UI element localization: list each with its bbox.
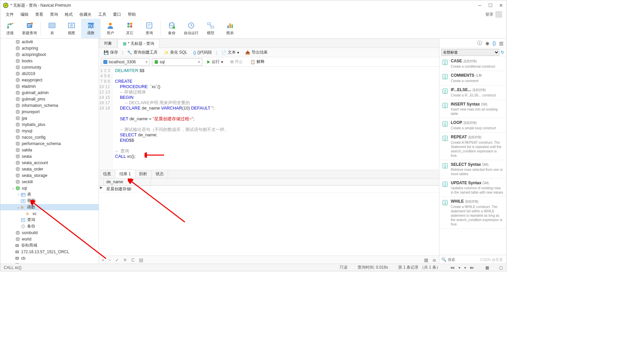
tab-query[interactable]: ▦ * 无标题 - 查询 xyxy=(118,39,159,48)
snippet-WHILE[interactable]: ()WHILE 流程控制Create a WHILE construct. Th… xyxy=(439,197,506,229)
snippet-list[interactable]: ()CASE 流程控制Create a conditional construc… xyxy=(439,57,506,255)
tree-item-seckill[interactable]: seckill xyxy=(0,179,99,185)
tree-item-mysql[interactable]: mysql xyxy=(0,128,99,134)
code-area[interactable]: DELIMITER $$ CREATE PROCEDURE `xc`() -- … xyxy=(112,67,439,170)
login-button[interactable]: 登录 xyxy=(485,11,504,18)
expander-icon[interactable]: ⌄ xyxy=(11,186,15,190)
tree-item-actspringboot[interactable]: actspringboot xyxy=(0,51,99,58)
connection-dropdown[interactable]: localhost_3306▾ xyxy=(101,58,150,66)
cell-value[interactable]: 星晨创建存储i xyxy=(104,186,151,193)
tree-item-seata_order[interactable]: seata_order xyxy=(0,166,99,172)
column-header[interactable]: de_name xyxy=(104,179,151,185)
close-button[interactable]: ✕ xyxy=(499,3,503,8)
menu-工具[interactable]: 工具 xyxy=(95,11,110,18)
toolbar-function[interactable]: f(x)函数 xyxy=(81,19,101,38)
tree-item-谷粒商城[interactable]: 谷粒商城 xyxy=(0,242,99,249)
toolbar-connect[interactable]: 连接 xyxy=(0,19,20,38)
tree-item-jpa[interactable]: jpa xyxy=(0,115,99,121)
snippet-IF-ELSE-[interactable]: ()IF...ELSE... 流程控制Create a IF...ELSE...… xyxy=(439,85,506,100)
tree-item-eladmin[interactable]: eladmin xyxy=(0,83,99,89)
tree-item-查询[interactable]: 查询 xyxy=(0,217,99,223)
tree-item-seata_account[interactable]: seata_account xyxy=(0,159,99,166)
tree-item-ssmbuild[interactable]: ssmbuild xyxy=(0,229,99,236)
snippet-CASE[interactable]: ()CASE 流程控制Create a conditional construc… xyxy=(439,57,506,71)
tree-item-nacos_config[interactable]: nacos_config xyxy=(0,134,99,140)
info-icon[interactable]: ⓘ xyxy=(477,40,482,46)
text-button[interactable]: 📄 文本 ▾ xyxy=(219,49,242,56)
tree-item-gulimall_pms[interactable]: gulimall_pms xyxy=(0,96,99,102)
tree-item-information_schema[interactable]: information_schema xyxy=(0,102,99,109)
menu-编辑[interactable]: 编辑 xyxy=(17,11,32,18)
panel-toggle-icon[interactable]: ▥ xyxy=(499,41,503,46)
toolbar-other[interactable]: 其它 xyxy=(120,19,140,38)
tab-result[interactable]: 结果 1 xyxy=(115,169,135,178)
tree-item-community[interactable]: community xyxy=(0,64,99,70)
toolbar-query[interactable]: 查询 xyxy=(140,19,159,38)
menu-查询[interactable]: 查询 xyxy=(47,11,61,18)
tree-item-world[interactable]: world xyxy=(0,236,99,242)
snippet-UPDATE-Syntax[interactable]: ()UPDATE Syntax DMLUpdates columns of ex… xyxy=(439,179,506,197)
toolbar-table[interactable]: 表 xyxy=(42,19,62,38)
beautify-sql-button[interactable]: ✨ 美化 SQL xyxy=(161,49,190,56)
table-row[interactable]: ▶ 星晨创建存储i xyxy=(99,186,439,193)
toolbar-chart[interactable]: 图表 xyxy=(220,19,240,38)
tab-analyze[interactable]: 剖析 xyxy=(135,170,152,178)
code-snippet-panel-icon[interactable]: () xyxy=(493,41,496,46)
tree-item-db2019[interactable]: db2019 xyxy=(0,70,99,77)
maximize-button[interactable]: ☐ xyxy=(488,3,493,8)
menu-格式[interactable]: 格式 xyxy=(61,11,76,18)
tree-item-gulimall_admin[interactable]: gulimall_admin xyxy=(0,89,99,96)
snippet-COMMENTS[interactable]: ()COMMENTS 注释Create a comment xyxy=(439,71,506,85)
sql-editor[interactable]: 1 2 3 4 5 6 7 8 9 10 11 12 13 14 15 16 1… xyxy=(99,67,439,170)
minimize-button[interactable]: ─ xyxy=(477,3,482,8)
menu-文件[interactable]: 文件 xyxy=(2,11,17,18)
object-tree-sidebar[interactable]: activitiactspringactspringbootbookscommu… xyxy=(0,39,99,264)
form-mode-icon[interactable]: ▢ xyxy=(499,265,503,270)
tree-item-xc[interactable]: fxxc xyxy=(0,210,99,217)
snippet-LOOP[interactable]: ()LOOP 流程控制Create a simple loop construc… xyxy=(439,118,506,133)
tree-item-sakila[interactable]: sakila xyxy=(0,147,99,153)
stop-button[interactable]: 停止 xyxy=(228,58,246,66)
apply-icon[interactable]: ✓ xyxy=(115,257,119,263)
toolbar-user[interactable]: 用户 xyxy=(101,19,120,38)
tree-item-cb[interactable]: cb xyxy=(0,255,99,261)
explain-button[interactable]: 📋 解释 xyxy=(248,58,267,66)
tree-item-172.18.13.57_1521_ORCL[interactable]: 172.18.13.57_1521_ORCL xyxy=(0,249,99,255)
tree-item-activiti[interactable]: activiti xyxy=(0,39,99,45)
delete-record-icon[interactable]: − xyxy=(108,257,111,263)
tree-item-jimureport[interactable]: jimureport xyxy=(0,109,99,115)
menu-查看[interactable]: 查看 xyxy=(32,11,47,18)
menu-帮助[interactable]: 帮助 xyxy=(124,11,139,18)
tab-status[interactable]: 状态 xyxy=(152,170,168,178)
toolbar-new-query[interactable]: 新建查询 xyxy=(20,19,39,38)
snippet-REPEAT[interactable]: ()REPEAT 流程控制Create A REPEAT construct. … xyxy=(439,133,506,160)
tree-item-sql[interactable]: ⌄sql xyxy=(0,185,99,191)
run-button[interactable]: 运行 ▾ xyxy=(204,58,226,66)
toolbar-view[interactable]: 视图 xyxy=(62,19,81,38)
tree-item-easyproject[interactable]: easyproject xyxy=(0,77,99,83)
tree-item-视图[interactable]: 视图 xyxy=(0,198,99,204)
tree-item-performance_schema[interactable]: performance_schema xyxy=(0,140,99,147)
menu-窗口[interactable]: 窗口 xyxy=(110,11,124,18)
menu-收藏夹[interactable]: 收藏夹 xyxy=(76,11,95,18)
snippet-SELECT-Syntax[interactable]: ()SELECT Syntax DMLRetrieve rows selecte… xyxy=(439,160,506,179)
record-nav[interactable]: ⏮ ◀ ▶ ⏭ xyxy=(450,265,475,270)
export-button[interactable]: 📤 导出结果 xyxy=(243,49,270,56)
tab-info[interactable]: 信息 xyxy=(99,170,115,178)
expander-icon[interactable]: ⌄ xyxy=(16,205,20,209)
eye-icon[interactable]: ◉ xyxy=(485,41,489,46)
tree-item-备份[interactable]: 备份 xyxy=(0,223,99,229)
add-record-icon[interactable]: + xyxy=(102,257,104,263)
tree-item-actspring[interactable]: actspring xyxy=(0,45,99,51)
cancel-icon[interactable]: ✕ xyxy=(123,257,127,263)
code-snippet-button[interactable]: ()()代码段 xyxy=(191,49,215,56)
toolbar-backup[interactable]: 备份 xyxy=(162,19,181,38)
toolbar-model[interactable]: 模型 xyxy=(201,19,220,38)
list-view-icon[interactable]: ≣ xyxy=(432,257,436,263)
tree-item-mybatis_plus[interactable]: mybatis_plus xyxy=(0,121,99,128)
snippet-filter-dropdown[interactable]: 全部标签 xyxy=(441,49,499,56)
database-dropdown[interactable]: sql▾ xyxy=(152,58,202,66)
filter-icon[interactable]: ▤ xyxy=(139,257,143,263)
tree-item-zs[interactable]: zs xyxy=(0,261,99,264)
tree-item-seata[interactable]: seata xyxy=(0,153,99,159)
